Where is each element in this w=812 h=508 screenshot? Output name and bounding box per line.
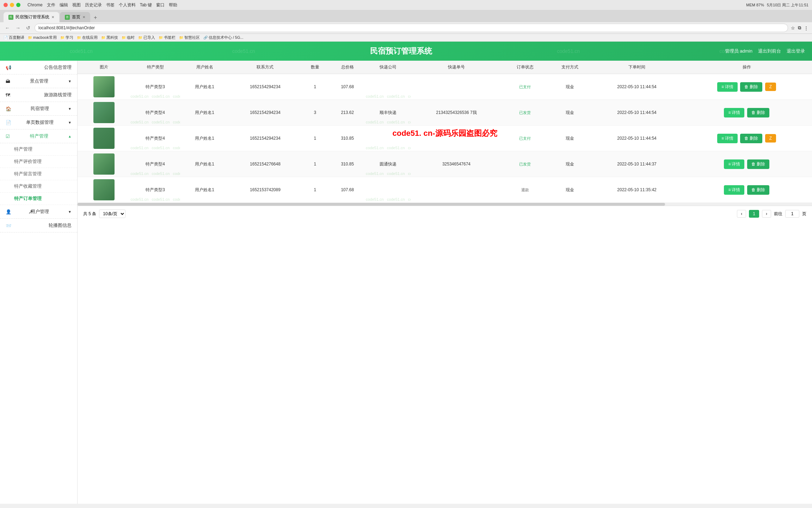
app: code51.cn code51.cn code51.cn code51.cn … — [0, 42, 812, 504]
page-1-button[interactable]: 1 — [749, 210, 759, 218]
sidebar-item-user[interactable]: 👤 用户管理 ▼ ↗ — [0, 205, 77, 219]
bookmark-macbook[interactable]: 📁 macbook常用 — [28, 35, 57, 40]
chevron-down-icon-user: ▼ — [68, 210, 72, 214]
delete-button-3[interactable]: 🗑 删除 — [747, 159, 769, 169]
delete-button-0[interactable]: 🗑 删除 — [740, 82, 762, 92]
fullscreen-window-btn[interactable] — [16, 3, 20, 7]
address-input[interactable] — [35, 24, 788, 32]
goto-front-button[interactable]: 退出到前台 — [758, 48, 781, 54]
delete-label-4: 删除 — [757, 187, 765, 193]
detail-icon-0: ≡ — [721, 84, 724, 89]
menu-edit[interactable]: 编辑 — [60, 2, 68, 8]
logout-button[interactable]: 退出登录 — [787, 48, 805, 54]
cell-status-4: 退款 — [502, 177, 548, 203]
new-tab-button[interactable]: + — [91, 13, 100, 22]
next-page-button[interactable]: › — [762, 210, 771, 218]
sidebar-sub-specialty-collection[interactable]: 特产收藏管理 — [0, 180, 77, 193]
bookmark-smart-city[interactable]: 📁 智慧社区 — [179, 35, 200, 40]
bookmark-imported[interactable]: 📁 已导入 — [138, 35, 155, 40]
bookmark-label-apps: 在线应用 — [82, 35, 98, 40]
bookmark-baidu[interactable]: 📄 百度翻译 — [4, 35, 24, 40]
system-bar-right: MEM 87% 5月10日 周二 上午11:51 — [746, 2, 808, 8]
sidebar-sub-specialty-order[interactable]: 特产订单管理 — [0, 193, 77, 205]
bookmark-icon-smart-city: 📁 — [179, 36, 183, 40]
bookmark-star[interactable]: ☆ — [791, 25, 795, 31]
bookmark-bar-item[interactable]: 📁 书签栏 — [159, 35, 176, 40]
minimize-window-btn[interactable] — [10, 3, 14, 7]
delete-button-2[interactable]: 🗑 删除 — [740, 134, 762, 143]
menu-history[interactable]: 历史记录 — [85, 2, 102, 8]
menu-bookmarks[interactable]: 书签 — [106, 2, 115, 8]
menu-file[interactable]: 文件 — [47, 2, 55, 8]
sidebar-item-routes[interactable]: 🗺 旅游路线管理 — [0, 88, 77, 102]
bookmark-label-macbook: macbook常用 — [33, 35, 57, 40]
cell-image-2 — [78, 126, 131, 151]
prev-page-button[interactable]: ‹ — [737, 210, 746, 218]
cell-image-1 — [78, 100, 131, 126]
col-qty: 数量 — [301, 61, 329, 74]
bookmark-temp[interactable]: 📁 临时 — [122, 35, 135, 40]
traffic-lights[interactable] — [4, 3, 20, 7]
cell-payment-4: 现金 — [548, 177, 592, 203]
detail-icon-1: ≡ — [728, 110, 731, 115]
menu-window[interactable]: 窗口 — [156, 2, 165, 8]
menu-view[interactable]: 视图 — [72, 2, 81, 8]
app-header: code51.cn code51.cn code51.cn code51.cn … — [0, 42, 812, 61]
bookmark-study[interactable]: 📁 学习 — [60, 35, 73, 40]
content-area: code51. cn-源码乐园盗图必究 图片 特产类型 用户姓名 联系方式 数量… — [78, 61, 812, 504]
sidebar-item-announcement[interactable]: 📢 公告信息管理 — [0, 61, 77, 74]
sidebar-sub-specialty-message[interactable]: 特产留言管理 — [0, 168, 77, 180]
close-window-btn[interactable] — [4, 3, 8, 7]
sidebar-item-singlepage[interactable]: 📄 单页数据管理 ▼ — [0, 116, 77, 129]
tab-close-home[interactable]: ✕ — [82, 15, 85, 19]
sidebar-sub-specialty-review[interactable]: 特产评价管理 — [0, 156, 77, 168]
bookmark-it-center[interactable]: 🔗 信息技术中心 / 5G... — [203, 35, 244, 40]
extra-button-0[interactable]: Z — [765, 83, 776, 91]
detail-button-4[interactable]: ≡ 详情 — [724, 185, 744, 195]
menu-profile[interactable]: 个人资料 — [119, 2, 136, 8]
cell-price-4: 107.68 — [329, 177, 366, 203]
forward-button[interactable]: → — [14, 24, 22, 31]
sidebar-item-homestay[interactable]: 🏠 民宿管理 ▼ — [0, 102, 77, 116]
table-header-row: 图片 特产类型 用户姓名 联系方式 数量 总价格 快递公司 快递单号 订单状态 … — [78, 61, 812, 74]
menu-help[interactable]: 帮助 — [169, 2, 177, 8]
tab-management[interactable]: 民 民宿预订管理系统 ✕ — [4, 12, 59, 22]
header-actions: 管理员 admin 退出到前台 退出登录 — [725, 48, 805, 54]
detail-button-3[interactable]: ≡ 详情 — [724, 159, 744, 169]
sidebar-item-carousel[interactable]: 📨 轮播图信息 — [0, 219, 77, 232]
delete-button-4[interactable]: 🗑 删除 — [747, 185, 769, 195]
refresh-button[interactable]: ↺ — [25, 24, 32, 31]
menu-dots[interactable]: ⋮ — [804, 25, 808, 31]
bookmark-tech[interactable]: 📁 黑科技 — [101, 35, 118, 40]
delete-label-2: 删除 — [750, 135, 758, 141]
tab-close-management[interactable]: ✕ — [51, 15, 54, 19]
col-price: 总价格 — [329, 61, 366, 74]
sidebar-item-specialty[interactable]: ☑ 特产管理 ▲ — [0, 129, 77, 143]
detail-button-2[interactable]: ≡ 详情 — [717, 134, 738, 143]
delete-button-1[interactable]: 🗑 删除 — [747, 108, 769, 117]
table-scrollbar[interactable] — [78, 203, 812, 206]
bookmark-icon-bar: 📁 — [159, 36, 163, 40]
bookmark-apps[interactable]: 📁 在线应用 — [77, 35, 98, 40]
back-button[interactable]: ← — [4, 24, 11, 31]
cell-price-3: 310.85 — [329, 151, 366, 177]
sidebar-icon-singlepage: 📄 — [6, 120, 11, 125]
goto-page-input[interactable] — [785, 210, 799, 218]
cell-username-3: 用户姓名1 — [180, 151, 229, 177]
extra-button-2[interactable]: Z — [765, 134, 776, 143]
bookmark-icon-macbook: 📁 — [28, 36, 32, 40]
cell-status-3: 已发货 — [502, 151, 548, 177]
tab-favicon-management: 民 — [8, 15, 13, 20]
menu-tab[interactable]: Tab 键 — [140, 2, 152, 8]
per-page-select[interactable]: 10条/页 20条/页 50条/页 — [99, 210, 125, 218]
extensions-icon[interactable]: ⧉ — [798, 25, 801, 31]
detail-button-1[interactable]: ≡ 详情 — [724, 108, 744, 117]
cell-status-0: 已支付 — [502, 74, 548, 100]
detail-button-0[interactable]: ≡ 详情 — [717, 82, 738, 92]
cell-trackno-1: 21343254326536 7我 — [411, 100, 502, 126]
sidebar: 📢 公告信息管理 🏔 景点管理 ▼ 🗺 旅游路线管理 🏠 民宿管理 ▼ 📄 单页… — [0, 61, 78, 504]
sidebar-item-scenic[interactable]: 🏔 景点管理 ▼ — [0, 74, 77, 88]
table-scrollbar-thumb[interactable] — [78, 203, 665, 206]
sidebar-sub-specialty-manage[interactable]: 特产管理 — [0, 143, 77, 156]
tab-home[interactable]: 首 首页 ✕ — [60, 12, 90, 22]
